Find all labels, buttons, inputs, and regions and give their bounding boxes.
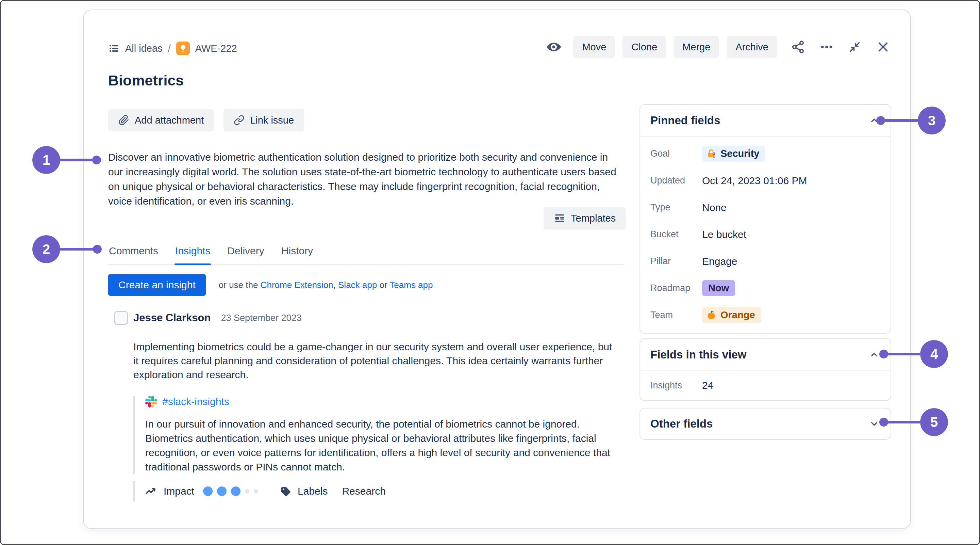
callout-dot [876, 116, 885, 125]
impact-dot[interactable] [203, 486, 213, 496]
more-icon[interactable] [818, 38, 835, 56]
pinned-fields-header[interactable]: Pinned fields [640, 105, 891, 136]
archive-button[interactable]: Archive [727, 36, 777, 58]
pillar-value[interactable]: Engage [702, 256, 737, 267]
callout-4: 4 [879, 340, 948, 368]
tab-history[interactable]: History [281, 243, 313, 264]
merge-button[interactable]: Merge [673, 36, 719, 58]
insight-header: Jesse Clarkson 23 September 2023 [114, 306, 625, 325]
create-insight-button[interactable]: Create an insight [108, 274, 206, 296]
link-issue-label: Link issue [250, 115, 294, 126]
type-value[interactable]: None [702, 202, 727, 214]
goal-badge[interactable]: Security [702, 146, 765, 162]
impact-dot[interactable] [231, 486, 240, 496]
impact-dot[interactable] [217, 486, 226, 496]
bucket-value[interactable]: Le bucket [702, 229, 746, 240]
collapse-icon[interactable] [846, 39, 863, 55]
move-button[interactable]: Move [573, 36, 615, 58]
callout-1-number: 1 [32, 146, 60, 174]
field-row-updated: Updated Oct 24, 2023 01:06 PM [640, 167, 891, 194]
field-label: Pillar [651, 256, 702, 266]
helper-sep2: or [377, 280, 390, 290]
clone-button[interactable]: Clone [622, 36, 666, 58]
other-fields-panel: Other fields [640, 408, 891, 440]
label-research[interactable]: Research [342, 485, 385, 497]
templates-button[interactable]: Templates [544, 207, 626, 229]
team-badge[interactable]: Orange [702, 307, 761, 323]
callout-line [60, 159, 92, 161]
field-label: Bucket [651, 229, 702, 240]
field-row-goal: Goal Security [640, 140, 891, 167]
header-actions: Move Clone Merge Archive [545, 36, 892, 58]
share-icon[interactable] [789, 38, 807, 56]
fields-in-view-header[interactable]: Fields in this view [640, 339, 891, 370]
add-attachment-button[interactable]: Add attachment [108, 109, 214, 131]
insight-quote-text: In our pursuit of innovation and enhance… [145, 417, 627, 474]
fields-in-view-title: Fields in this view [651, 348, 746, 361]
chrome-extension-link[interactable]: Chrome Extension [261, 280, 333, 290]
page-title: Biometrics [108, 72, 184, 89]
chevron-up-icon[interactable] [869, 349, 880, 360]
field-label: Goal [651, 148, 702, 159]
roadmap-now-badge[interactable]: Now [702, 280, 735, 296]
attachment-toolbar: Add attachment Link issue [108, 109, 304, 131]
insight-quote-block: #slack-insights In our pursuit of innova… [134, 396, 625, 474]
field-label: Roadmap [651, 283, 702, 293]
helper-prefix: or use the [219, 280, 261, 290]
callout-dot [93, 245, 102, 253]
field-label: Updated [651, 175, 702, 186]
other-fields-header[interactable]: Other fields [640, 408, 891, 439]
teams-app-link[interactable]: Teams app [390, 280, 433, 290]
field-label: Insights [651, 380, 702, 391]
link-icon [234, 115, 245, 126]
callout-dot [879, 418, 888, 427]
callout-3: 3 [876, 107, 946, 134]
insight-date: 23 September 2023 [221, 313, 301, 323]
lock-with-key-icon [706, 149, 716, 159]
field-label: Team [651, 310, 702, 320]
breadcrumb-issue-key[interactable]: AWE-222 [195, 43, 237, 54]
insight-item: Jesse Clarkson 23 September 2023 Impleme… [114, 306, 625, 502]
slack-app-link[interactable]: Slack app [338, 280, 377, 290]
close-icon[interactable] [875, 38, 892, 56]
fields-in-view-panel: Fields in this view Insights 24 [640, 338, 891, 401]
callout-1: 1 [32, 146, 101, 174]
callout-4-number: 4 [920, 340, 948, 368]
breadcrumb-separator: / [168, 43, 171, 54]
labels-label: Labels [298, 485, 328, 497]
templates-label: Templates [571, 213, 616, 224]
tangerine-icon [706, 310, 716, 320]
goal-value: Security [721, 148, 759, 159]
callout-3-number: 3 [918, 107, 946, 134]
impact-rating[interactable] [203, 486, 258, 496]
field-row-bucket: Bucket Le bucket [640, 221, 891, 248]
breadcrumb-project[interactable]: All ideas [125, 43, 162, 54]
link-issue-button[interactable]: Link issue [223, 109, 304, 131]
idea-description[interactable]: Discover an innovative biometric authent… [108, 150, 624, 208]
callout-dot [879, 350, 888, 359]
impact-dot[interactable] [245, 489, 249, 494]
chevron-down-icon[interactable] [869, 418, 880, 429]
team-value: Orange [721, 309, 755, 321]
insight-checkbox[interactable] [114, 311, 128, 325]
tab-comments[interactable]: Comments [108, 243, 159, 264]
slack-channel-link[interactable]: #slack-insights [162, 396, 229, 408]
watch-eye-icon[interactable] [545, 38, 563, 56]
tag-icon [280, 486, 291, 497]
paperclip-icon [118, 115, 129, 126]
impact-dot[interactable] [254, 489, 258, 494]
tab-delivery[interactable]: Delivery [226, 243, 265, 264]
field-row-insights: Insights 24 [640, 371, 891, 400]
create-insight-row: Create an insight or use the Chrome Exte… [108, 274, 433, 296]
icon-buttons [789, 38, 892, 56]
breadcrumb: All ideas / AWE-222 [108, 41, 237, 55]
field-row-pillar: Pillar Engage [640, 248, 891, 275]
pinned-fields-panel: Pinned fields Goal [640, 104, 891, 334]
field-label: Type [651, 202, 702, 213]
impact-trend-icon [145, 485, 157, 497]
pinned-fields-body: Goal Security [640, 137, 891, 333]
tab-bar: Comments Insights Delivery History [108, 243, 625, 265]
callout-line [888, 421, 920, 424]
backlog-icon [108, 43, 120, 54]
tab-insights[interactable]: Insights [175, 243, 211, 264]
